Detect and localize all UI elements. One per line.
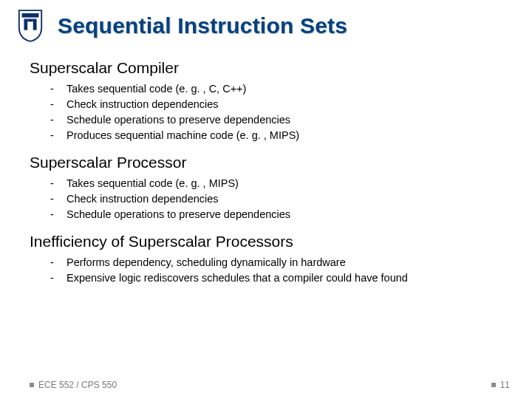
list-item: Check instruction dependencies <box>50 191 510 207</box>
title-row: Sequential Instruction Sets <box>0 0 532 49</box>
slide-title: Sequential Instruction Sets <box>58 13 347 38</box>
list-item: Expensive logic rediscovers schedules th… <box>50 270 510 286</box>
section-heading: Superscalar Processor <box>30 154 510 171</box>
list-item: Takes sequential code (e. g. , MIPS) <box>50 176 510 191</box>
bullet-icon <box>491 383 496 387</box>
section-heading: Inefficiency of Superscalar Processors <box>30 233 510 250</box>
section-1: Superscalar Processor Takes sequential c… <box>0 154 532 222</box>
svg-rect-1 <box>24 19 27 30</box>
footer-left-text: ECE 552 / CPS 550 <box>38 380 117 390</box>
list-item: Takes sequential code (e. g. , C, C++) <box>50 81 510 97</box>
section-0: Superscalar Compiler Takes sequential co… <box>0 59 532 143</box>
list-item: Schedule operations to preserve dependen… <box>50 207 510 222</box>
svg-rect-0 <box>22 13 39 18</box>
footer-left: ECE 552 / CPS 550 <box>30 380 117 390</box>
footer: ECE 552 / CPS 550 11 <box>30 380 510 390</box>
bullet-icon <box>30 383 34 387</box>
section-2: Inefficiency of Superscalar Processors P… <box>0 233 532 286</box>
list-item: Schedule operations to preserve dependen… <box>50 112 510 128</box>
bullet-list: Takes sequential code (e. g. , MIPS) Che… <box>30 176 510 222</box>
list-item: Produces sequential machine code (e. g. … <box>50 128 510 143</box>
section-heading: Superscalar Compiler <box>30 59 510 77</box>
bullet-list: Takes sequential code (e. g. , C, C++) C… <box>30 81 510 143</box>
list-item: Check instruction dependencies <box>50 97 510 112</box>
page-number: 11 <box>500 380 510 390</box>
slide: Sequential Instruction Sets Superscalar … <box>0 0 532 399</box>
svg-rect-3 <box>27 19 33 22</box>
svg-rect-2 <box>33 19 37 30</box>
list-item: Performs dependency, scheduling dynamica… <box>50 255 510 270</box>
footer-right: 11 <box>491 380 510 390</box>
bullet-list: Performs dependency, scheduling dynamica… <box>30 255 510 286</box>
crest-icon <box>16 9 44 43</box>
